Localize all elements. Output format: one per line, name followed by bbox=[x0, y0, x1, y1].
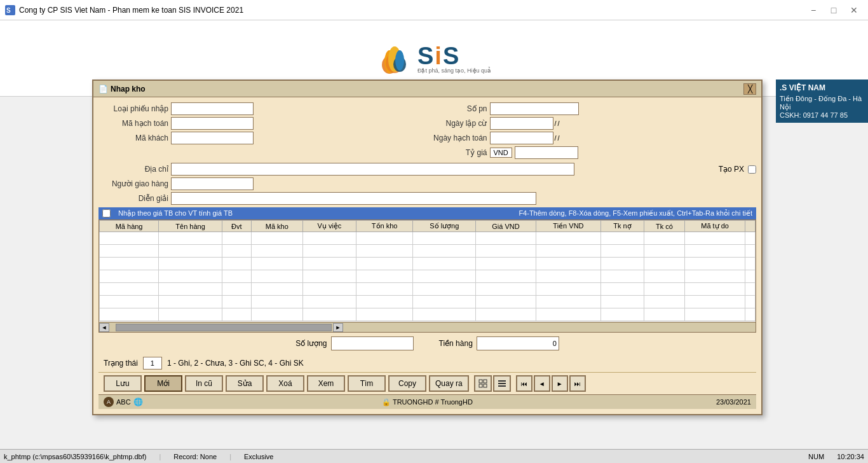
close-button[interactable]: ✕ bbox=[845, 1, 863, 19]
tien-hang-summary: Tiền hàng bbox=[439, 336, 559, 350]
grid-icon-button[interactable] bbox=[474, 375, 492, 392]
app-icon: S bbox=[5, 5, 15, 15]
ngay-hach-toan-group: / / bbox=[490, 132, 560, 144]
trang-thai-input[interactable] bbox=[143, 357, 162, 370]
window-title: Cong ty CP SIS Viet Nam - Phan mem ke to… bbox=[19, 6, 804, 15]
svg-rect-10 bbox=[479, 384, 482, 387]
col-ten-hang: Tên hàng bbox=[159, 221, 222, 232]
nav-prev-button[interactable]: ◄ bbox=[534, 375, 550, 392]
minimize-button[interactable]: − bbox=[804, 1, 822, 19]
col-dvt: Đvt bbox=[222, 221, 251, 232]
bottom-left-info: A ABC 🌐 bbox=[104, 397, 316, 407]
loai-phieu-nhap-input[interactable] bbox=[171, 102, 254, 115]
ngay-lap-cu-input[interactable] bbox=[490, 117, 553, 130]
dialog-title-bar: 📄 Nhap kho ╳ bbox=[93, 81, 761, 97]
xoa-button[interactable]: Xoá bbox=[266, 375, 304, 392]
so-luong-summary-label: Số lượng bbox=[295, 339, 327, 348]
tao-px-checkbox[interactable] bbox=[748, 165, 756, 174]
logo-text-i: i bbox=[435, 43, 443, 70]
list-icon-button[interactable] bbox=[493, 375, 511, 392]
ty-gia-row: Tỷ giá VND bbox=[430, 146, 757, 159]
svg-rect-9 bbox=[484, 380, 487, 383]
nav-button-group: ⏮ ◄ ► ⏭ bbox=[516, 375, 586, 392]
dialog-bottom-bar: A ABC 🌐 🔒 TRUONGHD # TruongHD 23/03/2021 bbox=[98, 394, 756, 409]
ngay-hach-toan-input[interactable] bbox=[490, 132, 553, 144]
status-time: 10:20:34 bbox=[837, 453, 864, 460]
title-bar: S Cong ty CP SIS Viet Nam - Phan mem ke … bbox=[0, 0, 868, 20]
form-right: Số pn Ngày lập cừ / / Ngày hạch toán / bbox=[430, 102, 757, 159]
tim-button[interactable]: Tìm bbox=[348, 375, 386, 392]
dien-giai-input[interactable] bbox=[171, 192, 536, 205]
ma-khach-input[interactable] bbox=[171, 132, 254, 144]
logo: S i S Đặt phá, sáng tạo, Hiệu quả bbox=[377, 43, 491, 74]
bottom-center-info: 🔒 TRUONGHD # TruongHD bbox=[321, 398, 533, 406]
so-pn-input[interactable] bbox=[490, 102, 579, 115]
dia-chi-row: Địa chỉ Tạo PX bbox=[98, 163, 756, 176]
svg-rect-14 bbox=[498, 385, 506, 387]
in-cu-button[interactable]: In cũ bbox=[185, 375, 223, 392]
scroll-left-button[interactable]: ◄ bbox=[99, 323, 109, 332]
horizontal-scrollbar[interactable]: ◄ ► bbox=[99, 322, 756, 332]
tao-px-group: Tạo PX bbox=[719, 165, 756, 174]
right-panel-title: .S VIỆT NAM bbox=[780, 83, 864, 92]
list-icon bbox=[498, 379, 506, 388]
date-info: 23/03/2021 bbox=[716, 398, 751, 406]
nguoi-giao-hang-input[interactable] bbox=[171, 177, 254, 190]
quay-ra-button[interactable]: Quay ra bbox=[429, 375, 469, 392]
grid-icon bbox=[478, 379, 487, 388]
col-gia-vnd: Giá VND bbox=[476, 221, 536, 232]
ma-khach-row: Mã khách bbox=[98, 132, 425, 144]
maximize-button[interactable]: □ bbox=[825, 1, 843, 19]
right-panel-phone: CSKH: 0917 44 77 85 bbox=[780, 111, 864, 119]
so-luong-summary-input[interactable] bbox=[331, 336, 414, 350]
user-avatar-icon: A bbox=[104, 397, 114, 407]
moi-button[interactable]: Mới bbox=[144, 375, 182, 392]
table-row bbox=[100, 296, 756, 308]
dialog-close-button[interactable]: ╳ bbox=[743, 83, 756, 95]
form-section: Loại phiếu nhập Mã hạch toán Mã khách Số… bbox=[98, 102, 756, 159]
logo-container: S i S Đặt phá, sáng tạo, Hiệu quả bbox=[377, 43, 491, 74]
table-scroll-area[interactable]: Mã hàng Tên hàng Đvt Mã kho Vụ việc Tồn … bbox=[99, 220, 756, 322]
form-left: Loại phiếu nhập Mã hạch toán Mã khách bbox=[98, 102, 425, 159]
ty-gia-input[interactable] bbox=[515, 146, 578, 159]
col-vu-viec: Vụ việc bbox=[302, 221, 356, 232]
ty-gia-group: VND bbox=[490, 146, 578, 159]
luu-button[interactable]: Lưu bbox=[104, 375, 142, 392]
date-sep-2: / bbox=[558, 120, 560, 127]
ma-hach-toan-input[interactable] bbox=[171, 117, 254, 130]
xem-button[interactable]: Xem bbox=[307, 375, 345, 392]
nguoi-giao-hang-label: Người giao hàng bbox=[98, 179, 168, 188]
svg-rect-8 bbox=[479, 380, 482, 383]
col-ton-kho: Tồn kho bbox=[356, 221, 413, 232]
dia-chi-label: Địa chỉ bbox=[98, 165, 168, 174]
dialog-icon: 📄 bbox=[98, 85, 108, 93]
nav-first-button[interactable]: ⏮ bbox=[516, 375, 532, 392]
lock-icon: 🔒 bbox=[382, 398, 391, 406]
svg-rect-13 bbox=[498, 383, 506, 384]
scroll-right-button[interactable]: ► bbox=[333, 323, 343, 332]
ngay-lap-cu-label: Ngày lập cừ bbox=[430, 119, 487, 128]
col-tk-co: Tk có bbox=[644, 221, 685, 232]
ma-hach-toan-label: Mã hạch toán bbox=[98, 119, 168, 128]
nhap-theo-gia-tb-checkbox[interactable] bbox=[102, 209, 111, 218]
table-header-row: Mã hàng Tên hàng Đvt Mã kho Vụ việc Tồn … bbox=[100, 221, 756, 232]
tien-hang-summary-input[interactable] bbox=[477, 336, 559, 350]
dia-chi-input[interactable] bbox=[171, 163, 574, 176]
button-bar: Lưu Mới In cũ Sửa Xoá Xem Tìm Copy Quay … bbox=[98, 372, 756, 394]
logo-text-s2: S bbox=[443, 43, 460, 70]
nav-next-button[interactable]: ► bbox=[552, 375, 568, 392]
svg-rect-11 bbox=[484, 384, 487, 387]
status-path: k_phtmp (c:\mpsas60\35939166\k_phtmp.dbf… bbox=[4, 453, 146, 460]
col-so-luong: Số lượng bbox=[413, 221, 476, 232]
scroll-thumb[interactable] bbox=[116, 324, 332, 331]
ngay-hach-toan-row: Ngày hạch toán / / bbox=[430, 132, 757, 144]
so-pn-row: Số pn bbox=[430, 102, 757, 115]
copy-button[interactable]: Copy bbox=[388, 375, 426, 392]
so-luong-summary: Số lượng bbox=[295, 336, 413, 350]
nav-last-button[interactable]: ⏭ bbox=[569, 375, 586, 392]
trang-thai-label: Trạng thái bbox=[104, 359, 138, 368]
table-row bbox=[100, 308, 756, 321]
status-num: NUM bbox=[808, 453, 824, 460]
tao-px-label: Tạo PX bbox=[719, 165, 744, 174]
sua-button[interactable]: Sửa bbox=[226, 375, 264, 392]
